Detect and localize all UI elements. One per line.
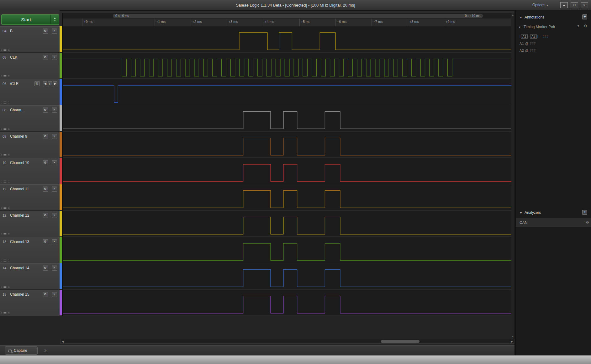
timeline-tick-label: +1 ms bbox=[156, 20, 166, 24]
channel-remove-icon[interactable]: × bbox=[52, 266, 57, 271]
waveform-row-12[interactable] bbox=[63, 211, 511, 237]
channel-drag-handle[interactable] bbox=[1, 207, 9, 209]
channel-drag-handle[interactable] bbox=[1, 312, 9, 314]
channel-settings-icon[interactable]: ⚙ bbox=[43, 134, 48, 139]
channel-name[interactable]: B bbox=[10, 29, 13, 33]
channel-name[interactable]: Channel 15 bbox=[10, 292, 29, 297]
capture-tab[interactable]: Capture bbox=[5, 346, 38, 355]
channel-row-15: 15Channel 15⚙× bbox=[0, 290, 60, 316]
channel-name[interactable]: Channel 10 bbox=[10, 161, 29, 165]
channel-settings-icon[interactable]: ⚙ bbox=[43, 29, 48, 34]
channel-settings-icon[interactable]: ⚙ bbox=[34, 81, 40, 86]
add-analyzer-button[interactable]: + bbox=[582, 210, 587, 215]
channel-settings-icon[interactable]: ⚙ bbox=[43, 160, 48, 165]
dropdown-icon[interactable]: ▼ bbox=[577, 24, 580, 28]
waveform-row-08[interactable] bbox=[63, 105, 511, 132]
channel-drag-handle[interactable] bbox=[1, 49, 9, 51]
trigger-left-icon[interactable]: ◀ bbox=[43, 81, 47, 86]
add-annotation-button[interactable]: + bbox=[582, 14, 587, 19]
horizontal-scrollbar[interactable]: ◀ ▶ bbox=[60, 339, 514, 344]
analyzer-item-can[interactable]: CAN ⚙ bbox=[516, 218, 591, 227]
scroll-up-icon[interactable]: ▲ bbox=[512, 14, 514, 16]
channel-number: 13 bbox=[3, 240, 6, 244]
channel-drag-handle[interactable] bbox=[1, 75, 9, 77]
channel-remove-icon[interactable]: × bbox=[52, 213, 57, 218]
timeline-tick-label: +6 ms bbox=[337, 20, 346, 24]
channel-drag-handle[interactable] bbox=[1, 128, 9, 130]
extent-end-label: 0 s : 10 ms bbox=[465, 14, 480, 18]
waveform-trace bbox=[63, 164, 511, 182]
channel-settings-icon[interactable]: ⚙ bbox=[43, 108, 48, 113]
chevron-down-icon[interactable]: ▼ bbox=[518, 26, 521, 29]
at-sign: @ bbox=[525, 42, 528, 45]
options-menu[interactable]: Options▾ bbox=[532, 0, 548, 10]
channel-remove-icon[interactable]: × bbox=[52, 108, 57, 113]
channel-settings-icon[interactable]: ⚙ bbox=[43, 55, 48, 60]
channel-remove-icon[interactable]: × bbox=[52, 187, 57, 192]
gear-icon[interactable]: ⚙ bbox=[584, 24, 587, 28]
channel-drag-handle[interactable] bbox=[1, 286, 9, 288]
channel-settings-icon[interactable]: ⚙ bbox=[43, 292, 48, 297]
maximize-button[interactable]: □ bbox=[571, 2, 578, 8]
start-capture-button[interactable]: Start ▲ ▼ bbox=[1, 14, 59, 25]
channel-settings-icon[interactable]: ⚙ bbox=[43, 266, 48, 271]
channel-row-10: 10Channel 10⚙× bbox=[0, 158, 60, 184]
gear-icon[interactable]: ⚙ bbox=[586, 220, 589, 224]
horizontal-scroll-thumb[interactable] bbox=[381, 340, 420, 343]
bottom-tab-bar: Capture » bbox=[0, 345, 514, 356]
vertical-scrollbar[interactable]: ▲ ▼ bbox=[511, 13, 514, 338]
channel-name[interactable]: CLK bbox=[10, 55, 17, 60]
channel-remove-icon[interactable]: × bbox=[52, 134, 57, 139]
timing-marker-pair-row[interactable]: ▼Timing Marker Pair ▼ ⚙ bbox=[518, 24, 590, 30]
trigger-pulse-icon[interactable]: ⊓ bbox=[48, 81, 52, 86]
minimize-button[interactable]: – bbox=[560, 2, 568, 8]
scroll-left-icon[interactable]: ◀ bbox=[62, 340, 64, 343]
channel-remove-icon[interactable]: × bbox=[52, 29, 57, 34]
channel-name[interactable]: Channel 9 bbox=[10, 134, 27, 139]
start-options-split[interactable]: ▲ ▼ bbox=[50, 15, 59, 24]
channel-drag-handle[interactable] bbox=[1, 180, 9, 183]
trigger-right-icon[interactable]: ▶ bbox=[53, 81, 57, 86]
chevron-down-icon[interactable]: ▼ bbox=[520, 16, 522, 19]
waveform-row-05[interactable] bbox=[63, 53, 511, 79]
waveform-area[interactable] bbox=[62, 26, 511, 316]
close-button[interactable]: × bbox=[581, 2, 588, 8]
channel-name[interactable]: Channel 11 bbox=[10, 187, 29, 191]
chevron-down-icon[interactable]: ▼ bbox=[520, 211, 522, 214]
waveform-row-13[interactable] bbox=[63, 237, 511, 263]
waveform-row-04[interactable] bbox=[63, 26, 511, 53]
channel-settings-icon[interactable]: ⚙ bbox=[43, 187, 48, 192]
channel-settings-icon[interactable]: ⚙ bbox=[43, 239, 48, 244]
waveform-row-06[interactable] bbox=[63, 79, 511, 105]
channel-remove-icon[interactable]: × bbox=[52, 239, 57, 244]
waveform-row-10[interactable] bbox=[63, 158, 511, 184]
waveform-row-09[interactable] bbox=[63, 132, 511, 158]
channel-remove-icon[interactable]: × bbox=[52, 160, 57, 165]
scroll-down-icon[interactable]: ▼ bbox=[512, 335, 514, 338]
waveform-row-11[interactable] bbox=[63, 184, 511, 211]
channel-drag-handle[interactable] bbox=[1, 259, 9, 262]
channel-name[interactable]: Chann... bbox=[10, 108, 24, 112]
channel-drag-handle[interactable] bbox=[1, 101, 9, 104]
scroll-right-icon[interactable]: ▶ bbox=[511, 340, 513, 343]
waveform-trace bbox=[63, 59, 511, 76]
channel-name[interactable]: Channel 14 bbox=[10, 266, 29, 270]
capture-extent-bar[interactable]: 0 s : 0 ms 0 s : 10 ms bbox=[113, 14, 483, 18]
waveform-trace bbox=[63, 138, 511, 155]
waveform-row-14[interactable] bbox=[63, 263, 511, 290]
timeline-extent-row: 0 s : 0 ms 0 s : 10 ms bbox=[62, 13, 511, 18]
more-tabs-button[interactable]: » bbox=[41, 346, 50, 355]
channel-remove-icon[interactable]: × bbox=[52, 292, 57, 297]
timeline-tick bbox=[444, 18, 444, 26]
channel-name[interactable]: Channel 13 bbox=[10, 240, 29, 244]
timeline-tick bbox=[299, 18, 300, 26]
channel-drag-handle[interactable] bbox=[1, 154, 9, 156]
timeline-tick bbox=[263, 18, 263, 26]
waveform-row-15[interactable] bbox=[63, 290, 511, 316]
channel-drag-handle[interactable] bbox=[1, 233, 9, 235]
channel-name[interactable]: /CLR bbox=[10, 82, 18, 86]
timeline-tick-row[interactable]: +9 ms+1 ms+2 ms+3 ms+4 ms+5 ms+6 ms+7 ms… bbox=[62, 18, 511, 27]
channel-name[interactable]: Channel 12 bbox=[10, 213, 29, 218]
channel-settings-icon[interactable]: ⚙ bbox=[43, 213, 48, 218]
channel-remove-icon[interactable]: × bbox=[52, 55, 57, 60]
